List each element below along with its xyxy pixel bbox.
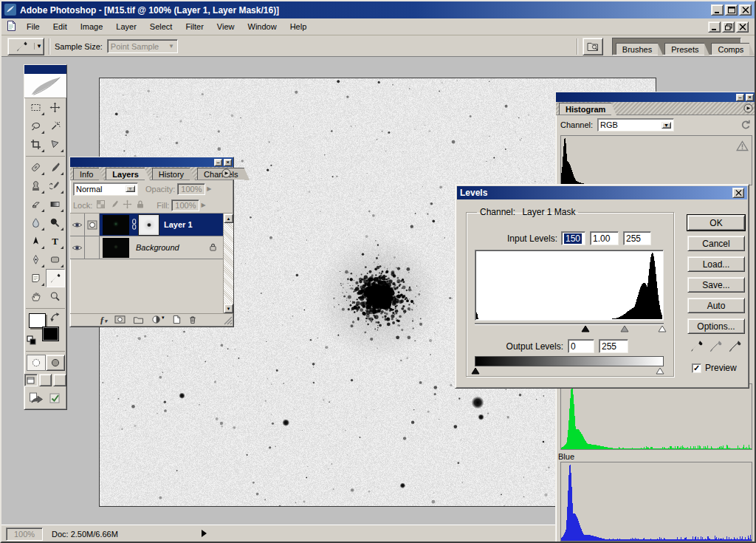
input-gamma-field[interactable]: 1.00 [590,231,619,245]
eyedropper-tool[interactable] [46,269,65,287]
preview-checkbox[interactable]: ✓ [692,363,701,373]
adobe-feather-logo[interactable] [24,74,66,98]
document-icon[interactable] [6,20,17,33]
input-black-field[interactable]: 150 [561,231,585,245]
input-white-field[interactable]: 255 [623,231,651,245]
input-white-slider[interactable] [658,325,667,332]
layers-palette-titlebar[interactable]: – × [70,157,233,167]
layer-style-button[interactable]: ƒ▾ [100,316,107,325]
file-browser-button[interactable] [583,38,603,55]
foreground-color-swatch[interactable] [29,313,46,328]
new-adjustment-layer-button[interactable]: ▾ [151,315,165,326]
palette-menu-button[interactable] [743,103,753,115]
menu-image[interactable]: Image [74,20,110,33]
standard-screen-mode-button[interactable] [24,374,38,386]
toolbox-drag-bar[interactable] [24,65,66,74]
doc-minimize-button[interactable] [708,21,721,33]
shape-tool[interactable] [46,250,65,269]
layers-scrollbar[interactable]: ▲ ▼ [223,214,233,313]
refresh-histogram-icon[interactable] [740,119,751,132]
output-black-field[interactable]: 0 [568,339,594,353]
doc-close-button[interactable] [736,21,749,33]
palette-well-tab-presets[interactable]: Presets [664,43,704,55]
cancel-button[interactable]: Cancel [687,236,745,251]
opacity-field[interactable]: 100% [177,183,205,195]
fullscreen-menubar-mode-button[interactable] [39,374,52,386]
black-point-eyedropper[interactable] [689,339,704,355]
mask-link-icon[interactable] [131,218,137,232]
layer-mask-thumbnail[interactable] [139,215,159,235]
pen-tool[interactable] [27,250,46,269]
blur-tool[interactable] [27,214,46,232]
output-black-slider[interactable] [471,367,480,375]
doc-restore-button[interactable] [722,21,735,33]
menu-help[interactable]: Help [284,20,314,33]
eraser-tool[interactable] [27,195,46,214]
fill-field[interactable]: 100% [171,199,199,211]
output-white-slider[interactable] [656,367,664,375]
dodge-tool[interactable] [46,214,65,232]
standard-mode-button[interactable] [27,355,46,371]
zoom-level-field[interactable]: 100% [6,527,43,541]
lock-all-icon[interactable] [136,199,145,211]
status-flyout-arrow[interactable] [201,529,207,539]
new-group-button[interactable] [133,315,144,326]
gray-point-eyedropper[interactable] [708,339,723,355]
clone-stamp-tool[interactable] [27,177,46,195]
channel-select[interactable]: RGB ▼ [597,118,674,132]
tab-info[interactable]: Info [73,168,99,180]
slice-tool[interactable] [46,135,65,154]
layer-thumbnail[interactable] [103,215,129,235]
magic-wand-tool[interactable] [46,117,65,135]
palette-close-button[interactable]: × [746,94,754,101]
path-selection-tool[interactable] [27,232,46,250]
type-tool[interactable]: T [46,232,65,250]
gradient-tool[interactable] [46,195,65,214]
scroll-down-arrow[interactable]: ▼ [224,304,233,313]
options-button[interactable]: Options... [687,318,745,334]
menu-file[interactable]: File [20,20,47,33]
preview-option[interactable]: ✓ Preview [692,363,737,373]
fill-slider-arrow[interactable]: ▶ [201,202,205,208]
menu-layer[interactable]: Layer [109,20,143,33]
swap-colors-icon[interactable] [49,312,61,324]
history-brush-tool[interactable] [46,177,65,195]
delete-layer-button[interactable] [188,315,197,326]
title-bar[interactable]: Adobe Photoshop - [M15.tif @ 100% (Layer… [1,1,755,18]
palette-minimize-button[interactable]: – [214,159,222,166]
hand-tool[interactable] [27,287,46,306]
load-button[interactable]: Load... [687,256,745,272]
crop-tool[interactable] [27,135,46,154]
healing-brush-tool[interactable] [27,158,46,177]
tool-preset-picker[interactable]: ▼ [7,38,44,55]
layer-thumbnail[interactable] [103,238,129,258]
histogram-palette-titlebar[interactable]: – × [556,92,755,102]
move-tool[interactable] [46,98,65,117]
minimize-button[interactable] [711,4,724,16]
add-layer-mask-button[interactable] [114,315,126,326]
palette-menu-button[interactable] [221,168,231,180]
scroll-up-arrow[interactable]: ▲ [224,214,233,223]
layer-name[interactable]: Layer 1 [164,220,193,229]
input-black-slider[interactable] [581,325,590,332]
blend-mode-select[interactable]: Normal ▼ [73,182,138,196]
edit-in-imageready-button[interactable] [27,390,46,406]
save-button[interactable]: Save... [687,277,745,293]
menu-edit[interactable]: Edit [47,20,74,33]
layer-row-layer1[interactable]: Layer 1 [70,214,223,236]
menu-filter[interactable]: Filter [179,20,210,33]
input-gray-slider[interactable] [620,325,629,332]
default-colors-icon[interactable] [27,335,37,347]
brush-tool[interactable] [46,158,65,177]
palette-close-button[interactable]: × [224,159,232,166]
close-button[interactable] [739,4,752,16]
rectangular-marquee-tool[interactable] [27,98,46,117]
quick-mask-mode-button[interactable] [46,355,65,371]
sample-size-select[interactable]: Point Sample ▼ [107,39,178,53]
menu-view[interactable]: View [210,20,241,33]
warning-icon[interactable] [736,140,749,153]
layer-row-background[interactable]: Background [70,236,223,259]
output-white-field[interactable]: 255 [599,339,628,353]
background-color-swatch[interactable] [42,327,59,341]
zoom-tool[interactable] [46,287,65,306]
